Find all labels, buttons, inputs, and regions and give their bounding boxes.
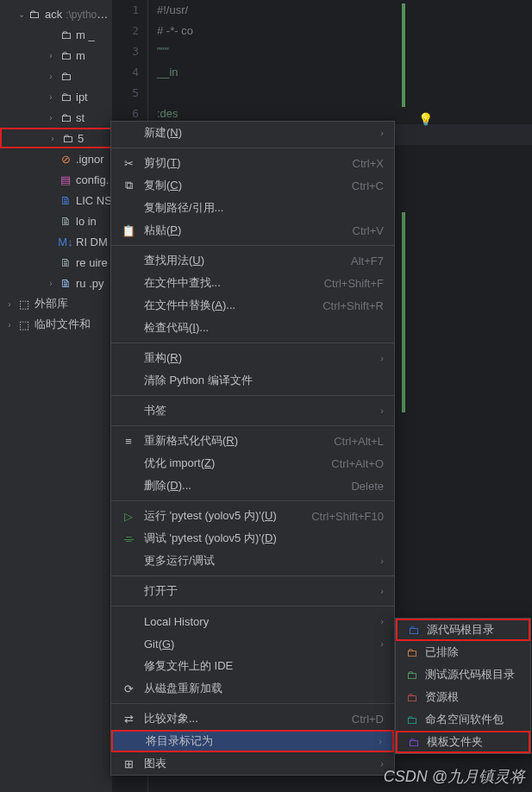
line-number: 3 [112,41,139,62]
tree-label: m _ [76,28,95,41]
folder-icon: 🗀 [60,131,74,145]
ignore-icon: ⊘ [59,152,72,166]
menu-bookmark[interactable]: 书签 › [111,399,394,422]
menu-local-history[interactable]: Local History › [111,610,394,632]
scratches[interactable]: › ⬚ 临时文件和 [0,314,112,335]
tree-item[interactable]: ›🗎ru .py [0,273,112,293]
menu-repair-ide[interactable]: 修复文件上的 IDE [111,655,394,677]
submenu-resource-root[interactable]: 🗀 资源根 [396,686,530,708]
menu-replace-in-files[interactable]: 在文件中替换(A)... Ctrl+Shift+R [111,294,394,317]
folder-icon: 🗀 [406,623,420,637]
menu-cut[interactable]: ✂ 剪切(T) Ctrl+X [111,152,394,174]
chevron-down-icon: ⌄ [17,8,26,20]
tree-item[interactable]: 🗎LIC NS [0,190,112,211]
separator [111,343,394,343]
menu-mark-directory[interactable]: 将目录标记为 › [111,730,394,752]
compare-icon: ⇄ [122,712,135,726]
code-line[interactable]: #!/usr/ [157,0,532,21]
code-line[interactable]: """ [157,41,532,62]
tree-item[interactable]: M↓RI DM [0,231,112,252]
separator [111,148,394,148]
md-icon: M↓ [59,235,72,248]
chevron-icon: › [45,277,57,289]
line-number: 4 [112,62,139,83]
py-icon: 🗎 [59,276,72,290]
menu-paste[interactable]: 📋 粘贴(P) Ctrl+V [111,219,394,242]
menu-copy[interactable]: ⧉ 复制(C) Ctrl+C [111,174,394,197]
tree-item[interactable]: ▤config. [0,169,112,190]
code-line[interactable] [157,83,532,104]
project-tree[interactable]: ⌄ 🗀 ack:\python\cracker 🗀m _›🗀m›🗀›🗀ipt›🗀… [0,0,112,792]
line-number: 5 [112,83,139,104]
chevron-icon [45,173,57,185]
folder-icon: 🗀 [59,48,72,62]
tree-root[interactable]: ⌄ 🗀 ack:\python\cracker [0,3,112,24]
menu-inspect-code[interactable]: 检查代码(I)... [111,317,394,339]
code-line[interactable]: __in [157,62,532,83]
tree-item[interactable]: 🗀m _ [0,24,112,45]
tree-label: st [76,111,84,124]
chevron-icon [45,215,57,227]
watermark: CSDN @九月镇灵将 [384,766,525,787]
menu-reload[interactable]: ⟳ 从磁盘重新加载 [111,677,394,700]
submenu-namespace-package[interactable]: 🗀 命名空间软件包 [396,708,530,731]
menu-find-in-files[interactable]: 在文件中查找... Ctrl+Shift+F [111,272,394,294]
external-libraries[interactable]: › ⬚ 外部库 [0,293,112,314]
menu-optimize-imports[interactable]: 优化 import(Z) Ctrl+Alt+O [111,452,394,475]
menu-debug[interactable]: ⌯ 调试 'pytest (yolov5 内)'(D) [111,527,394,550]
chevron-icon: › [45,70,57,82]
menu-reformat[interactable]: ≡ 重新格式化代码(R) Ctrl+Alt+L [111,430,394,452]
folder-icon: 🗀 [406,735,420,749]
chevron-right-icon: › [380,638,384,649]
menu-diagram[interactable]: ⊞ 图表 › [111,752,394,775]
diagram-icon: ⊞ [122,757,135,770]
menu-delete[interactable]: 删除(D)... Delete [111,475,394,497]
change-marker [402,3,405,107]
submenu-sources-root[interactable]: 🗀 源代码根目录 [396,619,530,641]
code-line[interactable]: # -*- co [157,21,532,41]
tree-item[interactable]: 🗎re uire [0,252,112,273]
tree-label: ack:\python\cracker [45,8,112,21]
tree-item[interactable]: 🗎lo in [0,211,112,231]
menu-run[interactable]: ▷ 运行 'pytest (yolov5 内)'(U) Ctrl+Shift+F… [111,505,394,527]
menu-find-usages[interactable]: 查找用法(U) Alt+F7 [111,249,394,272]
tree-label: LIC NS [76,194,112,207]
submenu-test-sources-root[interactable]: 🗀 测试源代码根目录 [396,663,530,686]
separator [111,245,394,246]
scratch-icon: ⬚ [17,317,31,331]
menu-compare[interactable]: ⇄ 比较对象... Ctrl+D [111,707,394,730]
tree-item[interactable]: ›🗀 [0,66,112,86]
menu-new[interactable]: 新建(N) › [111,122,394,144]
menu-copy-path[interactable]: 复制路径/引用... [111,197,394,219]
mark-directory-submenu[interactable]: 🗀 源代码根目录 🗀 已排除 🗀 测试源代码根目录 🗀 资源根 🗀 命名空间软件… [395,618,531,754]
submenu-excluded[interactable]: 🗀 已排除 [396,641,530,663]
tree-item[interactable]: ›🗀st [0,107,112,128]
chevron-right-icon: › [3,298,16,310]
tree-item[interactable]: ›🗀ipt [0,86,112,107]
context-menu[interactable]: 新建(N) › ✂ 剪切(T) Ctrl+X ⧉ 复制(C) Ctrl+C 复制… [110,121,395,776]
chevron-right-icon: › [380,353,384,363]
run-icon: ▷ [122,509,135,523]
menu-git[interactable]: Git(G) › [111,632,394,655]
tree-item[interactable]: ›🗀5 [0,128,112,148]
menu-clean-python[interactable]: 清除 Python 编译文件 [111,369,394,392]
tree-item[interactable]: ⊘.ignor [0,148,112,169]
folder-icon: 🗀 [59,69,72,83]
menu-refactor[interactable]: 重构(R) › [111,347,394,369]
tree-item[interactable]: ›🗀m [0,45,112,66]
line-number: 2 [112,21,139,41]
lightbulb-icon[interactable]: 💡 [418,112,433,126]
menu-open-in[interactable]: 打开于 › [111,580,394,602]
submenu-template-folder[interactable]: 🗀 模板文件夹 [396,731,530,753]
chevron-right-icon: › [379,736,382,746]
tree-label: re uire [76,256,108,269]
folder-icon: 🗀 [28,7,41,21]
folder-icon: 🗀 [404,668,418,682]
chevron-icon: › [45,111,57,123]
library-icon: ⬚ [17,297,31,311]
chevron-right-icon: › [380,586,384,596]
debug-icon: ⌯ [122,531,135,545]
chevron-right-icon: › [380,616,384,626]
folder-icon: 🗀 [404,645,418,659]
menu-more-run[interactable]: 更多运行/调试 › [111,550,394,572]
